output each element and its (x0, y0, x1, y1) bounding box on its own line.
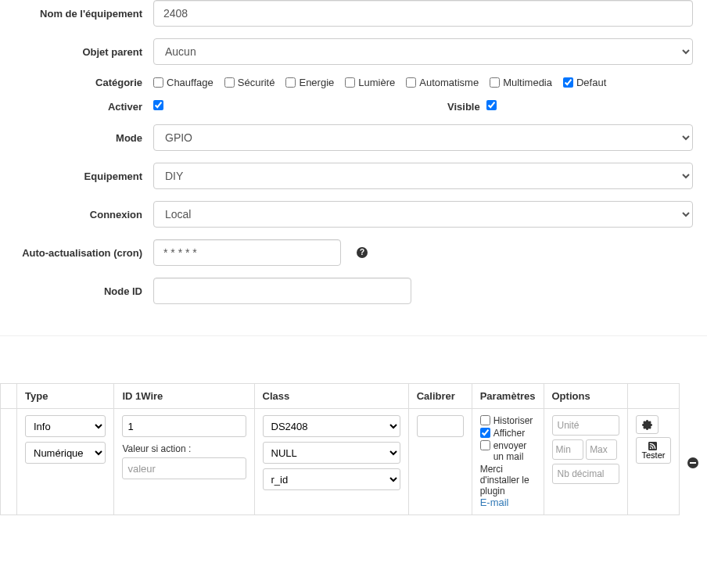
category-checkbox[interactable] (406, 77, 416, 88)
min-input[interactable] (552, 439, 583, 460)
equipment-select[interactable]: DIY (153, 163, 693, 189)
valeur-si-action-label: Valeur si action : (122, 443, 246, 454)
decimal-input[interactable] (552, 464, 619, 484)
plugin-msg: Merci d'installer le plugin (480, 464, 536, 497)
table-row: Info Numérique Valeur si action : DS2408 (1, 409, 707, 515)
label-parent: Objet parent (6, 46, 153, 58)
class-select-2[interactable]: NULL (263, 442, 400, 464)
category-label: Lumière (358, 77, 395, 88)
connection-select[interactable]: Local (153, 201, 693, 228)
category-label: Chauffage (167, 77, 214, 88)
config-button[interactable] (636, 415, 659, 434)
label-connection: Connexion (6, 209, 153, 220)
rss-icon (648, 442, 657, 450)
category-defaut[interactable]: Defaut (563, 77, 606, 88)
autorefresh-input[interactable] (153, 239, 341, 266)
envoyer-label: envoyer un mail (493, 440, 536, 462)
mode-select[interactable]: GPIO (153, 124, 693, 151)
label-visible: Visible (447, 101, 486, 113)
category-sécurité[interactable]: Sécurité (224, 77, 275, 88)
category-automatisme[interactable]: Automatisme (406, 77, 479, 88)
category-energie[interactable]: Energie (285, 77, 334, 88)
category-checkbox[interactable] (153, 77, 163, 88)
tester-button[interactable]: Tester (636, 437, 672, 464)
category-label: Energie (299, 77, 334, 88)
th-parametres: Paramètres (472, 384, 544, 409)
type-primary-select[interactable]: Info (25, 415, 106, 437)
visible-checkbox[interactable] (486, 100, 497, 110)
category-checkbox[interactable] (285, 77, 296, 88)
type-secondary-select[interactable]: Numérique (25, 442, 106, 464)
category-multimedia[interactable]: Multimedia (490, 77, 552, 88)
class-select-3[interactable]: r_id (263, 468, 400, 490)
envoyer-checkbox[interactable] (480, 440, 490, 450)
separator (0, 335, 707, 336)
nodeid-input[interactable] (153, 278, 411, 304)
category-checkbox[interactable] (345, 77, 355, 88)
label-equipment: Equipement (6, 170, 153, 182)
equipment-name-input[interactable] (153, 0, 693, 27)
label-nodeid: Node ID (6, 285, 153, 297)
class-select-1[interactable]: DS2408 (263, 415, 400, 437)
category-checkbox[interactable] (490, 77, 500, 88)
category-chauffage[interactable]: Chauffage (153, 77, 214, 88)
category-label: Automatisme (419, 77, 479, 88)
parent-select[interactable]: Aucun (153, 38, 693, 65)
category-label: Sécurité (238, 77, 275, 88)
label-equipment-name: Nom de l'équipement (6, 8, 153, 20)
historiser-checkbox[interactable] (480, 415, 490, 425)
afficher-label: Afficher (493, 428, 525, 439)
calibrer-input[interactable] (417, 415, 464, 437)
category-checkbox[interactable] (563, 77, 573, 88)
max-input[interactable] (586, 439, 617, 460)
label-mode: Mode (6, 132, 153, 144)
th-class: Class (254, 384, 408, 409)
th-options: Options (544, 384, 627, 409)
category-label: Defaut (576, 77, 606, 88)
help-icon[interactable]: ? (357, 247, 368, 258)
th-id1wire: ID 1Wire (114, 384, 254, 409)
gear-icon (642, 420, 652, 430)
historiser-label: Historiser (493, 415, 533, 426)
label-category: Catégorie (6, 77, 153, 88)
id1wire-input[interactable] (122, 415, 246, 437)
commands-table: Type ID 1Wire Class Calibrer Paramètres … (0, 383, 707, 515)
th-type: Type (17, 384, 114, 409)
activate-checkbox[interactable] (153, 100, 163, 110)
email-link[interactable]: E-mail (480, 497, 509, 508)
unite-input[interactable] (552, 415, 619, 436)
category-lumière[interactable]: Lumière (345, 77, 395, 88)
valeur-input[interactable] (122, 457, 246, 479)
th-calibrer: Calibrer (408, 384, 472, 409)
label-activate: Activer (6, 101, 153, 113)
delete-icon[interactable] (687, 457, 698, 468)
category-label: Multimedia (503, 77, 552, 88)
label-autorefresh: Auto-actualisation (cron) (6, 247, 153, 259)
afficher-checkbox[interactable] (480, 428, 490, 438)
category-checkbox[interactable] (224, 77, 235, 88)
